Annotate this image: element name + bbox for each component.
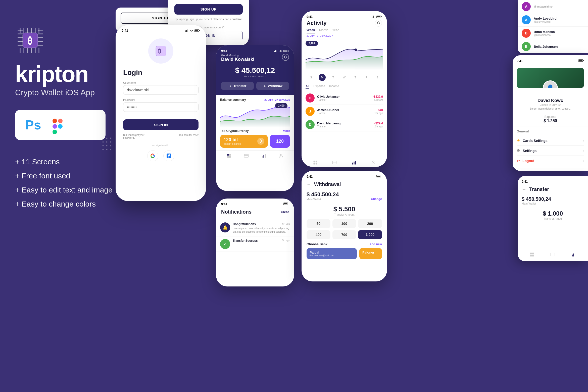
svg-rect-47	[227, 156, 229, 158]
amount-400[interactable]: 400	[307, 230, 330, 239]
crypto-label: Bitcoin Balance	[224, 142, 241, 145]
balance-summary-label: Balance summary	[220, 98, 246, 102]
withdrawal-phone: 9:41 ← Withdrawal $ 450.500,24 Main Wall…	[302, 171, 387, 281]
chart-nav-trans[interactable]	[571, 252, 576, 257]
gear-icon: ⚙	[517, 148, 520, 153]
profile-phone: 9:41 👤 David Kowc Joined in July 20 Lore…	[513, 55, 588, 171]
filter-expense[interactable]: Expense	[313, 84, 325, 89]
transfer-back-button[interactable]: ←	[522, 187, 526, 192]
change-button[interactable]: Change	[371, 197, 382, 201]
password-label: Password	[123, 98, 199, 101]
expense-value: $ 1.250	[544, 119, 557, 123]
settings-item[interactable]: ⚙ Settings ›	[517, 146, 584, 156]
transfer-wallet-amount: $ 450.500,24	[522, 196, 584, 202]
amount-50[interactable]: 50	[307, 219, 330, 228]
amount-700[interactable]: 700	[332, 230, 356, 239]
notif-2-time: 5h ago	[282, 239, 290, 242]
transfer-header: 9:41 ← Transfer $ 450.500,24 Main Wallet…	[518, 176, 588, 223]
activity-time: 9:41	[307, 15, 313, 19]
cards-settings-item[interactable]: ★ Cards Settings ›	[517, 136, 584, 146]
transfer-title: Transfer	[529, 186, 549, 192]
chart-nav-act[interactable]	[351, 160, 357, 165]
svg-rect-33	[195, 30, 198, 31]
avatar-james: J	[306, 107, 315, 116]
login-phone-content: ₿ Login Username Password SIGN IN Did yo…	[116, 33, 206, 166]
clear-button[interactable]: Clear	[281, 210, 289, 214]
day-t1[interactable]: T	[330, 74, 337, 81]
chart-nav-icon[interactable]	[261, 153, 267, 159]
activity-chart-value: 2,400	[306, 41, 318, 46]
filter-tabs: All Expense Income	[302, 83, 387, 91]
svg-point-61	[355, 48, 357, 51]
svg-rect-74	[583, 60, 584, 61]
amount-1000[interactable]: 1.000	[358, 230, 382, 239]
svg-point-95	[106, 138, 108, 139]
card-nav-trans[interactable]	[550, 252, 556, 257]
day-s2[interactable]: S	[374, 74, 381, 81]
card-nav-act[interactable]	[332, 160, 337, 165]
add-new-label[interactable]: Add new	[369, 242, 382, 246]
bank-palpal[interactable]: Palpal dan weko****@mail.com	[307, 248, 357, 259]
activity-bell-icon[interactable]	[375, 20, 382, 27]
day-w[interactable]: W	[341, 74, 348, 81]
activity-tabs: Week Month Year	[307, 28, 382, 33]
bell-icon[interactable]	[282, 54, 289, 61]
home-nav-act[interactable]	[313, 160, 318, 165]
day-m[interactable]: M	[319, 74, 326, 81]
logout-label: Logout	[522, 159, 534, 163]
home-nav-trans[interactable]	[529, 252, 535, 257]
notif-1-content: Congratulations 5h ago Lorem ipsum dolor…	[233, 222, 290, 234]
svg-rect-57	[373, 16, 374, 18]
transaction-2-info: James O'Coner Transfer	[317, 108, 372, 115]
user2-handle: @andylovebird	[534, 20, 557, 23]
transaction-2: J James O'Coner Transfer -$40 1hr ago	[306, 105, 383, 118]
reset-text[interactable]: Tap here for reset	[179, 134, 199, 139]
day-s1[interactable]: S	[308, 74, 315, 81]
svg-rect-93	[573, 254, 574, 257]
tab-week[interactable]: Week	[307, 28, 315, 33]
notif-time: 9:41	[221, 203, 227, 206]
facebook-btn[interactable]	[163, 150, 174, 161]
choose-bank-label: Choose Bank	[307, 242, 327, 246]
more-link[interactable]: More	[283, 129, 290, 133]
google-btn[interactable]	[147, 150, 158, 161]
signup-button[interactable]: SIGN UP	[174, 4, 243, 15]
password-input[interactable]	[123, 102, 199, 112]
login-signin-button[interactable]: SIGN IN	[123, 119, 199, 130]
profile-nav-icon[interactable]	[278, 153, 284, 159]
day-t2[interactable]: T	[352, 74, 359, 81]
star-icon: ★	[517, 138, 520, 143]
user3-handle: @bimomahesa	[534, 34, 555, 36]
username-label: Username	[123, 81, 199, 84]
day-f[interactable]: F	[363, 74, 370, 81]
username-group: Username	[123, 81, 199, 95]
logout-item[interactable]: ↩ Logout ›	[517, 156, 584, 166]
svg-point-97	[103, 141, 104, 143]
profile-nav-act[interactable]	[371, 160, 376, 165]
activity-chart: 2,400	[302, 40, 387, 72]
tab-year[interactable]: Year	[332, 28, 339, 33]
signup-desc: By tapping Sign up you accept all terms …	[174, 18, 243, 21]
amount-200[interactable]: 200	[358, 219, 382, 228]
transfer-phone: 9:41 ← Transfer $ 450.500,24 Main Wallet…	[518, 176, 588, 261]
tab-month[interactable]: Month	[319, 28, 328, 33]
svg-point-103	[103, 149, 104, 150]
top-crypto-label: Top Cryptocurrency	[220, 129, 249, 133]
transfer-button[interactable]: Transfer	[221, 82, 254, 90]
user-2: A Andy Lovebird @andylovebird	[518, 13, 588, 27]
amount-100[interactable]: 100	[332, 219, 356, 228]
bank-paloner[interactable]: Paloner	[359, 248, 382, 259]
settings-label: Settings	[523, 149, 536, 153]
home-nav-icon[interactable]	[226, 153, 232, 159]
avatar-user3: B	[522, 29, 531, 38]
card-nav-icon[interactable]	[243, 153, 249, 159]
svg-point-99	[110, 141, 111, 143]
user3-name: Bimo Mahesa	[534, 30, 555, 34]
withdrawal-back-button[interactable]: ←	[307, 182, 311, 187]
svg-rect-56	[373, 16, 373, 18]
filter-all[interactable]: All	[306, 84, 309, 89]
withdraw-button[interactable]: Withdraw	[256, 82, 289, 90]
filter-income[interactable]: Income	[329, 84, 339, 89]
general-label: General	[517, 129, 584, 133]
username-input[interactable]	[123, 85, 199, 95]
